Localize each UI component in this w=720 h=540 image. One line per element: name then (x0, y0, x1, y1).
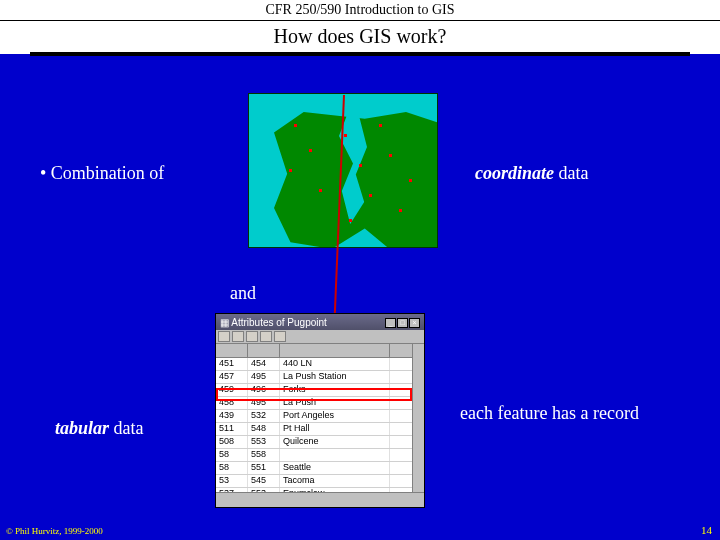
table-cell: Seattle (280, 462, 390, 474)
table-cell: Enumclaw (280, 488, 390, 492)
table-row[interactable]: 457495La Push Station (216, 371, 424, 384)
table-row[interactable]: 537553Enumclaw (216, 488, 424, 492)
table-cell (280, 449, 390, 461)
table-cell: Quilcene (280, 436, 390, 448)
window-statusbar (216, 492, 424, 506)
toolbar-button[interactable] (232, 331, 244, 342)
title-underline (30, 52, 690, 56)
table-cell: 496 (248, 384, 280, 396)
col-header[interactable] (216, 344, 248, 357)
table-row[interactable]: 53545Tacoma (216, 475, 424, 488)
table-row[interactable]: 58551Seattle (216, 462, 424, 475)
slide-title: How does GIS work? (0, 21, 720, 54)
maximize-button[interactable]: □ (397, 318, 408, 328)
table-cell: 558 (248, 449, 280, 461)
table-cell: Pt Hall (280, 423, 390, 435)
table-header-row (216, 344, 424, 358)
tabular-rest: data (109, 418, 143, 438)
bullet-marker: • (40, 163, 51, 183)
table-cell: 532 (248, 410, 280, 422)
table-row[interactable]: 439532Port Angeles (216, 410, 424, 423)
coordinate-word: coordinate (475, 163, 554, 183)
table-cell: 458 (216, 397, 248, 409)
vertical-scrollbar[interactable] (412, 344, 424, 492)
window-title-label: Attributes of Pugpoint (231, 317, 327, 328)
coordinate-rest: data (554, 163, 588, 183)
course-header: CFR 250/590 Introduction to GIS (0, 0, 720, 21)
col-header[interactable] (248, 344, 280, 357)
window-toolbar (216, 330, 424, 344)
attribute-table-window: ▦ Attributes of Pugpoint _□× 451454440 L… (215, 313, 425, 508)
table-cell: 439 (216, 410, 248, 422)
table-cell: 459 (216, 384, 248, 396)
slide-content: • Combination of coordinate data and tab… (0, 58, 720, 538)
label-and: and (230, 283, 256, 304)
toolbar-button[interactable] (246, 331, 258, 342)
footer-page-number: 14 (701, 524, 712, 536)
map-point-layer (249, 94, 437, 247)
table-cell: 53 (216, 475, 248, 487)
table-body: 451454440 LN457495La Push Station459496F… (216, 358, 424, 492)
table-row[interactable]: 511548Pt Hall (216, 423, 424, 436)
table-cell: 537 (216, 488, 248, 492)
table-cell: Tacoma (280, 475, 390, 487)
table-cell: 58 (216, 449, 248, 461)
map-image (248, 93, 438, 248)
table-row[interactable]: 451454440 LN (216, 358, 424, 371)
table-cell: 495 (248, 371, 280, 383)
toolbar-button[interactable] (260, 331, 272, 342)
window-title-text: ▦ Attributes of Pugpoint (220, 317, 327, 328)
label-coordinate-data: coordinate data (475, 163, 588, 184)
table-row[interactable]: 459496Forks (216, 384, 424, 397)
table-cell: 553 (248, 436, 280, 448)
table-row[interactable]: 508553Quilcene (216, 436, 424, 449)
table-cell: 545 (248, 475, 280, 487)
window-titlebar: ▦ Attributes of Pugpoint _□× (216, 314, 424, 330)
table-cell: La Push (280, 397, 390, 409)
footer-copyright: © Phil Hurvitz, 1999-2000 (6, 526, 103, 536)
toolbar-button[interactable] (274, 331, 286, 342)
table-cell: Port Angeles (280, 410, 390, 422)
minimize-button[interactable]: _ (385, 318, 396, 328)
table-cell: 440 LN (280, 358, 390, 370)
table-cell: 58 (216, 462, 248, 474)
label-tabular-data: tabular data (55, 418, 144, 439)
table-cell: 551 (248, 462, 280, 474)
table-cell: 553 (248, 488, 280, 492)
toolbar-button[interactable] (218, 331, 230, 342)
table-grid: 451454440 LN457495La Push Station459496F… (216, 344, 424, 492)
table-cell: 548 (248, 423, 280, 435)
table-cell: Forks (280, 384, 390, 396)
table-cell: 508 (216, 436, 248, 448)
table-cell: 451 (216, 358, 248, 370)
close-button[interactable]: × (409, 318, 420, 328)
bullet-text: Combination of (51, 163, 165, 183)
label-each-feature: each feature has a record (460, 403, 639, 424)
table-cell: La Push Station (280, 371, 390, 383)
table-cell: 454 (248, 358, 280, 370)
tabular-word: tabular (55, 418, 109, 438)
bullet-combination: • Combination of (40, 163, 164, 184)
table-row[interactable]: 458495La Push (216, 397, 424, 410)
table-row[interactable]: 58558 (216, 449, 424, 462)
table-cell: 511 (216, 423, 248, 435)
window-controls: _□× (384, 316, 420, 328)
table-icon: ▦ (220, 317, 231, 328)
col-header[interactable] (280, 344, 390, 357)
table-cell: 495 (248, 397, 280, 409)
table-cell: 457 (216, 371, 248, 383)
